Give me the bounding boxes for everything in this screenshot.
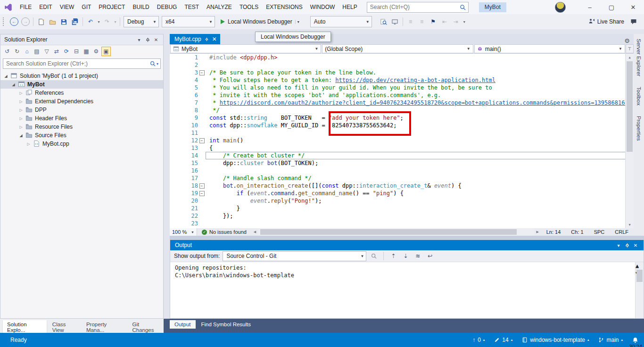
code-line-1[interactable]: 1#include <dpp/dpp.h>	[170, 54, 634, 61]
next-bookmark-icon[interactable]: ⇥	[450, 16, 462, 27]
scroll-left-icon[interactable]: ◀	[251, 230, 258, 234]
collapse-all-icon[interactable]: ⊟	[72, 47, 81, 56]
redo-dropdown-icon[interactable]: ▾	[113, 16, 118, 27]
new-file-icon[interactable]	[35, 16, 47, 27]
code-line-16[interactable]: 16	[170, 167, 634, 174]
code-line-21[interactable]: 21 }	[170, 205, 634, 212]
switch-views-icon[interactable]: ▤	[32, 47, 41, 56]
vertical-scrollbar[interactable]: ▲ ▼	[635, 262, 644, 318]
menu-item-project[interactable]: PROJECT	[95, 0, 129, 14]
tree-item-mybot[interactable]: ◢++MyBot	[0, 80, 163, 89]
panel-tab-property-mana[interactable]: Property Mana...	[82, 320, 127, 334]
expand-arrow-icon[interactable]: ▷	[18, 116, 24, 121]
redo-icon[interactable]: ↷	[101, 16, 113, 27]
tree-item-source-files[interactable]: ◢Source Files	[0, 131, 163, 140]
pin-icon[interactable]	[623, 241, 631, 249]
code-line-13[interactable]: 13{	[170, 144, 634, 152]
preview-selected-items-icon[interactable]: ▣	[101, 47, 111, 56]
menu-item-help[interactable]: HELP	[339, 0, 361, 14]
sync-with-active-document-icon[interactable]: ⇄	[52, 47, 61, 56]
menu-item-analyze[interactable]: ANALYZE	[203, 0, 236, 14]
tree-item-mybot-cpp[interactable]: ▷++MyBot.cpp	[0, 140, 163, 148]
split-window-button[interactable]: ⊤	[626, 44, 634, 53]
toolbar-overflow-icon[interactable]: ▾	[462, 20, 467, 24]
close-icon[interactable]: ✕	[152, 35, 160, 44]
notifications-bell-icon[interactable]	[632, 337, 638, 343]
panel-tab-output[interactable]: Output	[170, 320, 196, 329]
undo-icon[interactable]: ↶	[85, 16, 96, 27]
toolbar-gripper[interactable]	[3, 17, 6, 26]
solution-explorer-search[interactable]: ▾	[3, 58, 161, 69]
menu-item-edit[interactable]: EDIT	[35, 0, 56, 14]
increase-indent-icon[interactable]: ≡	[416, 16, 428, 27]
scrollbar-thumb[interactable]	[627, 61, 633, 152]
scroll-right-icon[interactable]: ▶	[534, 230, 541, 234]
tree-item-solution-mybot-1-of-1-project[interactable]: ◢Solution 'MyBot' (1 of 1 project)	[0, 72, 163, 80]
fold-collapse-icon[interactable]: −	[199, 191, 205, 196]
undo-dropdown-icon[interactable]: ▾	[96, 16, 101, 27]
close-icon[interactable]: ✕	[212, 36, 217, 42]
navigate-backward-icon[interactable]: ←	[8, 16, 20, 27]
solution-search-input[interactable]	[3, 60, 150, 67]
code-line-4[interactable]: 4 * Follow steps here to get a token: ht…	[170, 76, 634, 84]
window-position-chevron-icon[interactable]: ▾	[614, 241, 623, 249]
menu-item-file[interactable]: FILE	[16, 0, 35, 14]
fold-collapse-icon[interactable]: −	[199, 138, 205, 143]
pending-changes-filter-icon[interactable]: ▽	[42, 47, 51, 56]
code-editor[interactable]: 1#include <dpp/dpp.h>23−/* Be sure to pl…	[170, 54, 634, 228]
properties-icon[interactable]: ⚙	[91, 47, 101, 56]
code-line-9[interactable]: 9const std::string BOT_TOKEN = "add your…	[170, 114, 634, 122]
pin-icon[interactable]	[205, 37, 209, 41]
pin-icon[interactable]	[143, 35, 152, 44]
scroll-up-icon[interactable]: ▲	[626, 54, 634, 61]
code-line-17[interactable]: 17 /* Handle slash command */	[170, 174, 634, 182]
fold-collapse-icon[interactable]: −	[199, 183, 205, 189]
close-icon[interactable]: ✕	[631, 241, 640, 249]
platform-select[interactable]: x64▼	[162, 16, 215, 27]
horizontal-scroll-track[interactable]	[258, 228, 534, 236]
member-dropdown[interactable]: main() ▼	[474, 44, 625, 53]
code-line-14[interactable]: 14 /* Create bot cluster */	[170, 152, 634, 159]
menu-item-extensions[interactable]: EXTENSIONS	[262, 0, 306, 14]
menu-item-git[interactable]: GIT	[78, 0, 95, 14]
menu-item-window[interactable]: WINDOW	[306, 0, 339, 14]
maximize-button[interactable]: ▢	[601, 0, 622, 14]
code-line-19[interactable]: 19− if (event.command.get_command_name()…	[170, 190, 634, 197]
menu-item-build[interactable]: BUILD	[129, 0, 153, 14]
expand-arrow-icon[interactable]: ▷	[26, 142, 31, 146]
word-wrap-icon[interactable]: ↩	[425, 252, 435, 260]
watch-mode-select[interactable]: Auto▼	[310, 16, 372, 27]
next-message-icon[interactable]: ⇣	[401, 252, 410, 260]
solution-name-chip[interactable]: MyBot	[479, 2, 506, 12]
feedback-icon[interactable]	[628, 16, 639, 27]
git-pending-changes[interactable]: 14 ▴	[494, 337, 512, 343]
save-all-icon[interactable]	[69, 16, 81, 27]
code-link[interactable]: https://discord.com/oauth2/authorize?cli…	[220, 99, 632, 106]
window-position-chevron-icon[interactable]: ▾	[135, 35, 143, 44]
code-line-15[interactable]: 15 dpp::cluster bot(BOT_TOKEN);	[170, 159, 634, 167]
code-line-20[interactable]: 20 event.reply("Pong!");	[170, 197, 634, 205]
code-line-11[interactable]: 11	[170, 129, 634, 137]
previous-bookmark-icon[interactable]: ⇤	[439, 16, 450, 27]
search-icon[interactable]	[460, 4, 466, 10]
horizontal-scrollbar[interactable]: ◀ ▶	[251, 228, 541, 236]
expand-arrow-icon[interactable]: ▷	[18, 125, 24, 129]
refresh-icon[interactable]: ⟳	[62, 47, 71, 56]
tree-item-resource-files[interactable]: ▷Resource Files	[0, 123, 163, 131]
find-in-files-icon[interactable]	[378, 16, 389, 27]
close-button[interactable]: ✕	[622, 0, 644, 14]
search-icon[interactable]: ▾	[150, 61, 160, 66]
code-line-23[interactable]: 23	[170, 220, 634, 227]
bookmark-flag-icon[interactable]: ⚑	[428, 16, 439, 27]
vertical-scrollbar[interactable]: ▲ ▼	[625, 54, 634, 228]
tree-item-external-dependencies[interactable]: ▷External Dependencies	[0, 97, 163, 106]
find-message-icon[interactable]	[369, 252, 379, 260]
start-debugging-button[interactable]: Local Windows Debugger ▾	[217, 16, 303, 27]
scope-dropdown[interactable]: (Global Scope) ▼	[322, 44, 473, 53]
code-line-6[interactable]: 6 * invite it with the scopes 'bot' and …	[170, 91, 634, 99]
code-line-12[interactable]: 12−int main()	[170, 137, 634, 144]
previous-message-icon[interactable]: ⇡	[388, 252, 398, 260]
code-link[interactable]: https://dpp.dev/creating-a-bot-applicati…	[335, 77, 495, 83]
menu-item-view[interactable]: VIEW	[56, 0, 78, 14]
project-dropdown[interactable]: ++ MyBot ▼	[170, 44, 321, 53]
